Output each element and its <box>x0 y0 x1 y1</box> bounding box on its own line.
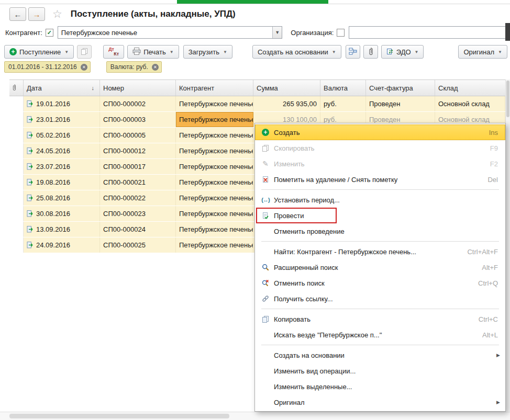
number-cell[interactable]: СП00-000021 <box>100 175 176 190</box>
original-button[interactable]: Оригинал ▼ <box>458 45 507 59</box>
cell-text: Петербуржское печенье <box>179 225 253 233</box>
cell-text: 24.09.2016 <box>36 241 70 249</box>
sum-column-header[interactable]: Сумма <box>253 80 320 96</box>
attachment-cell[interactable] <box>9 237 24 253</box>
menu-item-cancel-search[interactable]: Отменить поискCtrl+Q <box>255 275 505 291</box>
forward-button[interactable]: → <box>28 7 45 21</box>
menu-item-find-counterparty[interactable]: Найти: Контрагент - Петербуржское печень… <box>255 244 505 259</box>
print-button[interactable]: Печать ▼ <box>127 45 179 59</box>
sum-cell[interactable]: 265 935,00 <box>253 96 320 111</box>
attachment-cell[interactable] <box>9 112 24 127</box>
close-icon[interactable]: ✕ <box>152 64 159 71</box>
date-column-header[interactable]: Дата ↓ <box>24 80 100 96</box>
number-cell[interactable]: СП00-000024 <box>100 222 176 237</box>
date-cell[interactable]: 25.08.2016 <box>24 190 100 206</box>
counterparty-column-header[interactable]: Контрагент <box>176 80 253 96</box>
warehouse-cell[interactable]: Основной склад <box>435 96 505 111</box>
counterparty-cell[interactable]: Петербуржское печенье <box>176 175 253 190</box>
counterparty-cell[interactable]: Петербуржское печенье <box>176 206 253 221</box>
counterparty-checkbox[interactable] <box>46 29 53 37</box>
currency-column-header[interactable]: Валюта <box>320 80 366 96</box>
invoice-column-header[interactable]: Счет-фактура <box>366 80 435 96</box>
horizontal-scrollbar[interactable] <box>0 412 510 420</box>
filter-tag-period[interactable]: 01.01.2016 - 31.12.2016 ✕ <box>4 61 91 73</box>
counterparty-cell[interactable]: Петербуржское печенье <box>176 128 253 143</box>
counterparty-cell[interactable]: Петербуржское печенье <box>176 222 253 237</box>
menu-item-change-operation-type[interactable]: Изменить вид операции... <box>255 363 505 379</box>
organization-checkbox[interactable] <box>337 29 345 37</box>
number-cell[interactable]: СП00-000012 <box>100 143 176 158</box>
number-cell[interactable]: СП00-000002 <box>100 96 176 111</box>
dropdown-arrow-icon[interactable]: ▼ <box>272 27 282 38</box>
attachment-cell[interactable] <box>9 222 24 237</box>
back-button[interactable]: ← <box>9 7 26 21</box>
counterparty-cell[interactable]: Петербуржское печенье <box>176 159 253 174</box>
attachments-button[interactable] <box>363 45 378 59</box>
date-cell[interactable]: 23.07.2016 <box>24 159 100 174</box>
date-cell[interactable]: 13.09.2016 <box>24 222 100 237</box>
menu-item-get-link[interactable]: Получить ссылку... <box>255 291 505 307</box>
menu-item-post[interactable]: Провести <box>255 208 505 223</box>
counterparty-cell[interactable]: Петербуржское печенье <box>176 143 253 158</box>
create-based-on-button[interactable]: Создать на основании ▼ <box>252 45 341 59</box>
menu-item-advanced-search[interactable]: Расширенный поискAlt+F <box>255 259 505 275</box>
attachment-cell[interactable] <box>9 128 24 143</box>
close-icon[interactable]: ✕ <box>81 64 87 71</box>
cell-text: Петербуржское печенье <box>179 163 253 171</box>
table-row[interactable]: 19.01.2016СП00-000002Петербуржское печен… <box>9 96 505 112</box>
number-cell[interactable]: СП00-000003 <box>100 112 176 127</box>
currency-cell[interactable]: руб. <box>320 96 366 111</box>
counterparty-cell[interactable]: Петербуржское печенье <box>176 237 253 253</box>
load-button[interactable]: Загрузить ▼ <box>183 45 232 59</box>
attachment-cell[interactable] <box>9 175 24 190</box>
date-cell[interactable]: 23.01.2016 <box>24 112 100 127</box>
counterparty-cell[interactable]: Петербуржское печенье <box>176 190 253 206</box>
number-cell[interactable]: СП00-000025 <box>100 237 176 253</box>
counterparty-cell[interactable]: Петербуржское печенье <box>176 112 253 127</box>
date-cell[interactable]: 19.08.2016 <box>24 175 100 190</box>
attachment-cell[interactable] <box>9 190 24 206</box>
menu-item-undo-post[interactable]: Отменить проведение <box>255 223 505 239</box>
menu-item-mark-delete[interactable]: Пометить на удаление / Снять пометкуDel <box>255 172 505 187</box>
create-receipt-button[interactable]: + Поступление ▼ <box>4 45 74 59</box>
attachment-cell[interactable] <box>9 159 24 174</box>
number-cell[interactable]: СП00-000017 <box>100 159 176 174</box>
vertical-scrollbar[interactable] <box>505 80 510 411</box>
favorite-star-icon[interactable]: ☆ <box>52 8 62 20</box>
invoice-cell[interactable]: Проведен <box>366 96 435 111</box>
menu-item-label: Копировать <box>274 315 479 323</box>
organization-input[interactable] <box>349 26 510 39</box>
number-column-header[interactable]: Номер <box>100 80 176 96</box>
menu-item-set-period[interactable]: (↔)Установить период... <box>255 192 505 208</box>
date-cell[interactable]: 24.09.2016 <box>24 237 100 253</box>
active-tab-indicator[interactable] <box>177 0 328 4</box>
attachment-column-header[interactable] <box>9 80 24 96</box>
menu-item-original[interactable]: Оригинал▶ <box>255 394 505 410</box>
number-cell[interactable]: СП00-000005 <box>100 128 176 143</box>
date-cell[interactable]: 19.01.2016 <box>24 96 100 111</box>
number-cell[interactable]: СП00-000022 <box>100 190 176 206</box>
counterparty-input[interactable]: Петербуржское печенье ▼ <box>58 26 283 39</box>
menu-item-create-based-on[interactable]: Создать на основании▶ <box>255 347 505 363</box>
menu-item-create[interactable]: +СоздатьIns <box>255 124 505 140</box>
related-documents-button[interactable] <box>346 45 360 59</box>
attachment-cell[interactable] <box>9 96 24 111</box>
counterparty-label: Контрагент: <box>5 29 42 37</box>
menu-item-search-everywhere[interactable]: Искать везде "Петербуржское п..."Alt+L <box>255 327 505 343</box>
counterparty-cell[interactable]: Петербуржское печенье <box>176 96 253 111</box>
number-cell[interactable]: СП00-000023 <box>100 206 176 221</box>
vertical-scrollbar-thumb[interactable] <box>506 81 509 117</box>
edo-button[interactable]: ЭДО ▼ <box>381 45 424 59</box>
date-cell[interactable]: 05.02.2016 <box>24 128 100 143</box>
attachment-cell[interactable] <box>9 206 24 221</box>
filter-tag-currency[interactable]: Валюта: руб. ✕ <box>106 61 162 73</box>
attachment-cell[interactable] <box>9 143 24 158</box>
dt-kt-button[interactable]: Дт Кт <box>103 45 124 59</box>
date-cell[interactable]: 24.05.2016 <box>24 143 100 158</box>
date-cell[interactable]: 30.08.2016 <box>24 206 100 221</box>
menu-item-change-selected[interactable]: Изменить выделенные... <box>255 379 505 394</box>
warehouse-column-header[interactable]: Склад <box>435 80 505 96</box>
currency-column-label: Валюта <box>324 84 348 92</box>
horizontal-scrollbar-thumb[interactable] <box>9 414 229 418</box>
menu-item-clipboard-copy[interactable]: КопироватьCtrl+C <box>255 311 505 327</box>
